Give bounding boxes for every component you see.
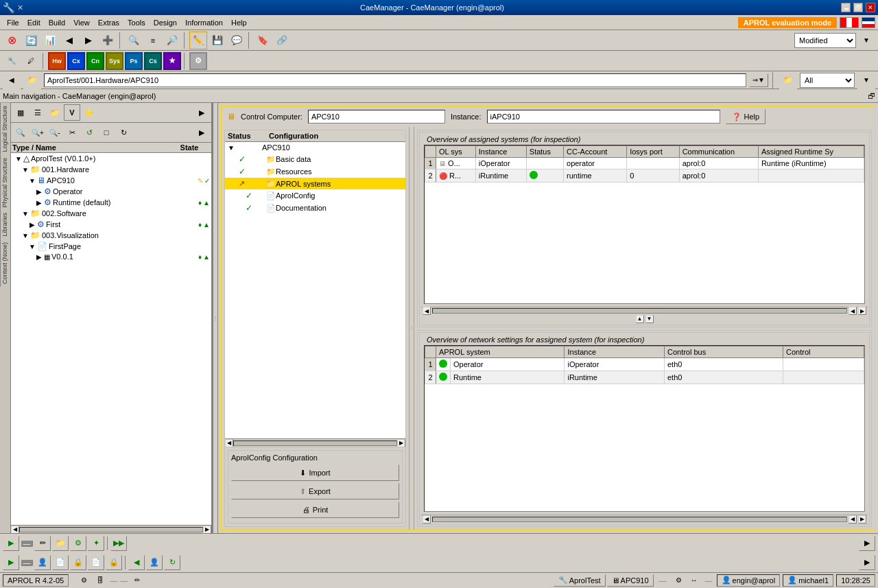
forward-btn[interactable]: ▶ <box>80 32 97 49</box>
small-tool2[interactable]: 🖊 <box>22 52 40 70</box>
help-btn[interactable]: ❓ Help <box>726 109 766 124</box>
menu-file[interactable]: File <box>3 17 23 28</box>
left-icon-cut[interactable]: ✂ <box>64 124 80 141</box>
import-btn[interactable]: ⬇ Import <box>231 464 399 481</box>
status-pencil[interactable]: ✏ <box>130 575 144 586</box>
net-scroll-left[interactable]: ◀ <box>423 515 431 524</box>
print-btn[interactable]: 🖨 Print <box>231 502 399 518</box>
main-splitter[interactable]: ⋮ <box>213 103 218 533</box>
save-btn[interactable]: 💾 <box>209 32 226 49</box>
left-icon-search[interactable]: 🔍 <box>12 124 29 141</box>
btb2-doc[interactable]: 📄 <box>52 555 69 570</box>
assigned-vscroll-down[interactable]: ▼ <box>645 315 654 323</box>
tree-toggle-operator[interactable]: ▶ <box>36 188 43 196</box>
bookmark-btn[interactable]: 🔖 <box>254 32 272 49</box>
left-icon-zoom-in[interactable]: 🔍+ <box>29 124 46 141</box>
btb2-expand[interactable]: ▶ <box>859 555 875 570</box>
cfg-item-resources[interactable]: ✓ 📁 Resources <box>225 165 405 178</box>
left-icon-folder[interactable]: 📁 <box>47 104 63 121</box>
left-icon-reload[interactable]: ↺ <box>81 124 97 141</box>
config-scroll-left[interactable]: ◀ <box>225 439 233 447</box>
close-btn[interactable]: ✕ <box>866 3 875 12</box>
config-hscroll[interactable]: ◀ ▶ <box>225 438 405 447</box>
tree-toggle-aproltest[interactable]: ▼ <box>15 155 22 163</box>
tree-hscroll[interactable]: ◀ ▶ <box>11 525 211 533</box>
ps-app-icon[interactable]: Ps <box>125 52 143 70</box>
menu-view[interactable]: View <box>69 17 94 28</box>
tree-item-002software[interactable]: ▼ 📁 002.Software <box>11 208 211 219</box>
star-app-icon[interactable]: ★ <box>163 52 181 70</box>
extra-app-icon[interactable]: ⚙ <box>189 52 207 70</box>
tree-item-operator[interactable]: ▶ ⚙ Operator <box>11 186 211 197</box>
refresh-btn[interactable]: 🔄 <box>22 32 40 49</box>
btb-folder[interactable]: 📁 <box>52 536 69 551</box>
tree-toggle-runtime[interactable]: ▶ <box>36 199 43 207</box>
tree-item-runtime[interactable]: ▶ ⚙ Runtime (default) ♦ ▲ <box>11 197 211 208</box>
tree-item-003visualization[interactable]: ▼ 📁 003.Visualization <box>11 230 211 241</box>
hw-app-icon[interactable]: Hw <box>48 52 66 70</box>
left-icon-refresh[interactable]: ↻ <box>115 124 132 141</box>
tree-toggle-hardware[interactable]: ▼ <box>22 166 29 174</box>
btb-pencil[interactable]: ✏ <box>34 536 51 551</box>
all-dropdown[interactable]: All <box>800 73 855 88</box>
config-scroll-right[interactable]: ▶ <box>397 439 405 447</box>
tree-toggle-v001[interactable]: ▶ <box>36 253 43 261</box>
tree-toggle-software[interactable]: ▼ <box>22 210 29 217</box>
small-tool1[interactable]: 🔧 <box>3 52 21 70</box>
speech-btn[interactable]: 💬 <box>228 32 246 49</box>
btb2-person2[interactable]: 👤 <box>146 555 163 570</box>
edit-btn[interactable]: ✏️ <box>189 32 207 49</box>
menu-build[interactable]: Build <box>45 17 69 28</box>
tree-toggle-first[interactable]: ▶ <box>29 221 36 228</box>
tree-item-aproltest[interactable]: ▼ △ AprolTest (V0.1.0+) <box>11 153 211 164</box>
left-icon-grid[interactable]: ▦ <box>12 104 29 121</box>
btb2-arrowleft[interactable]: ◀ <box>128 555 145 570</box>
libraries-tab[interactable]: Libraries <box>0 210 10 239</box>
taskbar-apc910[interactable]: 🖥 APC910 <box>607 574 654 587</box>
control-computer-input[interactable] <box>308 110 445 124</box>
btb-propeller[interactable]: ✦ <box>88 536 104 551</box>
status-right-icon1[interactable]: ⚙ <box>672 575 686 586</box>
status-right-icon2[interactable]: ↔ <box>687 575 701 586</box>
menu-design[interactable]: Design <box>150 17 181 28</box>
left-icon-expand2[interactable]: ▶ <box>193 124 210 141</box>
sys-app-icon[interactable]: Sys <box>106 52 123 70</box>
assigned-hscroll[interactable]: ◀ ◀ ▶ <box>421 307 868 315</box>
tree-scroll-left[interactable]: ◀ <box>11 526 19 534</box>
left-icon-v[interactable]: V <box>64 104 80 121</box>
net-row-1[interactable]: 1 Operator iOperator eth0 <box>425 357 864 371</box>
tree-toggle-apc910[interactable]: ▼ <box>29 177 36 185</box>
btb-arrow-right2[interactable]: ▶▶ <box>110 536 127 551</box>
back-btn[interactable]: ◀ <box>60 32 78 49</box>
btb-arrow-right1[interactable]: ▶ <box>3 536 19 551</box>
left-icon-list[interactable]: ☰ <box>29 104 46 121</box>
minimize-btn[interactable]: 🗕 <box>841 3 851 12</box>
left-icon-zoom-out[interactable]: 🔍- <box>47 124 63 141</box>
find-btn[interactable]: 🔎 <box>163 32 181 49</box>
left-icon-star[interactable]: ⭐ <box>81 104 97 121</box>
tree-item-001hardware[interactable]: ▼ 📁 001.Hardware <box>11 164 211 175</box>
all-dropdown-arrow[interactable]: ▼ <box>857 71 875 89</box>
path-input[interactable] <box>44 73 746 87</box>
cfg-item-documentation[interactable]: ✓ 📄 Documentation <box>225 202 405 214</box>
window-controls[interactable]: 🗕 🗗 ✕ <box>841 3 875 12</box>
assigned-scroll-right2[interactable]: ▶ <box>858 307 866 315</box>
net-row-2[interactable]: 2 Runtime iRuntime eth0 <box>425 371 864 384</box>
net-scroll-right1[interactable]: ◀ <box>849 515 857 524</box>
btb2-lock2[interactable]: 🔒 <box>106 555 122 570</box>
btb-minus1[interactable]: — <box>21 540 33 547</box>
search-btn[interactable]: 🔍 <box>125 32 143 49</box>
cfg-item-basicdata[interactable]: ✓ 📁 Basic data <box>225 153 405 165</box>
chart-btn[interactable]: 📊 <box>41 32 59 49</box>
net-hscroll[interactable]: ◀ ◀ ▶ <box>421 515 868 523</box>
tree-toggle-visualization[interactable]: ▼ <box>22 232 29 239</box>
dropdown-arrow-btn[interactable]: ▼ <box>857 32 875 49</box>
assigned-row-2[interactable]: 2 🔴 R... iRuntime runtime <box>425 169 864 183</box>
assigned-vscroll-up[interactable]: ▲ <box>636 315 644 323</box>
btb-fan[interactable]: ⚙ <box>70 536 86 551</box>
btb2-arrow-right[interactable]: ▶ <box>3 555 19 570</box>
btb-expand[interactable]: ▶ <box>859 536 875 551</box>
menu-tools[interactable]: Tools <box>123 17 150 28</box>
assigned-vscroll[interactable]: ▲ ▼ <box>421 315 868 323</box>
context-tab[interactable]: Context (None) <box>0 239 10 287</box>
